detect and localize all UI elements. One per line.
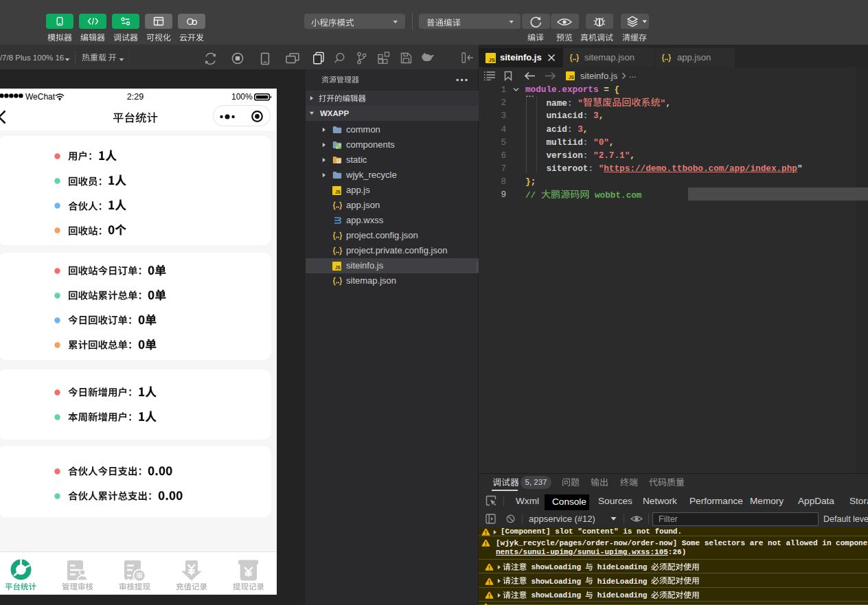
svg-text:JS: JS [335,190,341,194]
svg-text:JS: JS [569,75,575,80]
svg-text:JS: JS [335,265,341,270]
svg-text:JS: JS [489,57,495,63]
